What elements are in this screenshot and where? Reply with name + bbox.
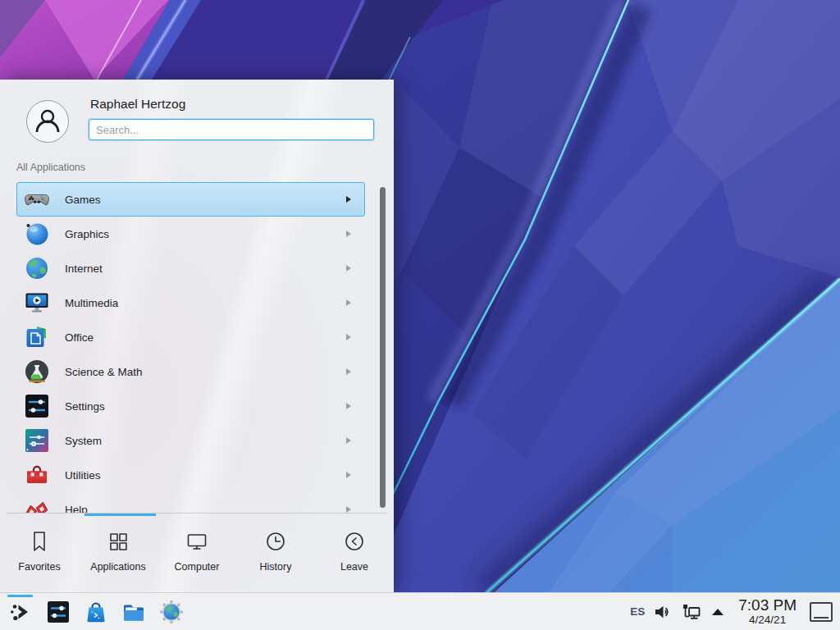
clock-date: 4/24/21	[738, 614, 797, 626]
discover-button[interactable]	[77, 593, 115, 630]
category-office[interactable]: Office	[16, 320, 365, 354]
submenu-arrow-icon	[346, 196, 351, 203]
category-system[interactable]: System	[16, 423, 365, 458]
category-label: Settings	[65, 400, 346, 413]
office-icon	[24, 324, 50, 350]
section-label: All Applications	[16, 162, 85, 173]
application-launcher-button[interactable]	[2, 593, 39, 630]
graphics-icon	[24, 221, 50, 247]
tab-label: Leave	[340, 561, 368, 573]
monitor-icon	[185, 529, 209, 554]
tab-label: History	[260, 561, 292, 573]
category-utilities[interactable]: Utilities	[16, 458, 365, 492]
sliders-icon	[24, 393, 50, 419]
clock-icon	[263, 529, 288, 554]
volume-icon[interactable]	[653, 603, 673, 621]
submenu-arrow-icon	[346, 299, 351, 306]
file-manager-button[interactable]	[115, 593, 153, 630]
submenu-arrow-icon	[346, 403, 351, 409]
category-graphics[interactable]: Graphics	[16, 217, 365, 251]
keyboard-layout-indicator[interactable]: ES	[630, 605, 645, 618]
kde-launcher-icon	[7, 599, 34, 625]
user-avatar[interactable]	[26, 100, 69, 143]
category-internet[interactable]: Internet	[16, 251, 365, 285]
gamepad-icon	[24, 186, 50, 212]
tab-computer[interactable]: Computer	[158, 517, 236, 573]
category-label: Science & Math	[65, 366, 346, 378]
discover-icon	[83, 599, 109, 625]
user-name: Raphael Hertzog	[90, 97, 185, 112]
list-scrollbar[interactable]	[380, 187, 386, 508]
category-label: Office	[65, 331, 346, 344]
category-help[interactable]: Help	[16, 492, 365, 513]
system-settings-icon	[45, 599, 71, 625]
web-browser-button[interactable]	[153, 593, 190, 630]
search-input[interactable]	[89, 119, 374, 140]
folder-icon	[121, 599, 147, 625]
active-tab-underline	[84, 514, 156, 516]
launcher-tabs: Favorites Applications Computer History	[0, 517, 394, 573]
system-settings-button[interactable]	[39, 593, 77, 630]
tab-favorites[interactable]: Favorites	[0, 517, 79, 573]
leave-icon	[342, 529, 367, 554]
category-multimedia[interactable]: Multimedia	[16, 285, 365, 320]
category-games[interactable]: Games	[16, 182, 365, 217]
tab-applications[interactable]: Applications	[79, 517, 158, 573]
category-label: Multimedia	[65, 297, 346, 309]
bookmark-icon	[27, 529, 52, 554]
flask-icon	[24, 358, 50, 385]
category-label: Graphics	[65, 228, 346, 240]
show-desktop-button[interactable]	[810, 602, 833, 622]
clock-time: 7:03 PM	[738, 597, 797, 614]
category-label: Internet	[65, 262, 346, 275]
globe-icon	[24, 255, 50, 281]
network-icon[interactable]	[681, 602, 702, 622]
category-science-math[interactable]: Science & Math	[16, 354, 365, 389]
submenu-arrow-icon	[346, 265, 351, 272]
category-list: Games Graphics Intern	[16, 182, 365, 513]
system-tray: ES 7:03 PM 4/24/21	[630, 593, 840, 630]
submenu-arrow-icon	[346, 437, 351, 444]
grid-icon	[106, 529, 130, 554]
footer-divider	[7, 513, 387, 514]
globe-gear-icon	[158, 599, 185, 625]
submenu-arrow-icon	[346, 334, 351, 340]
system-icon	[24, 427, 50, 454]
tab-label: Computer	[175, 561, 220, 573]
toolbox-icon	[24, 462, 50, 488]
category-label: Games	[65, 194, 346, 206]
category-label: Help	[65, 504, 346, 514]
category-label: Utilities	[65, 469, 346, 482]
application-launcher-menu: Raphael Hertzog All Applications Games	[0, 80, 394, 592]
tab-label: Favorites	[18, 561, 60, 573]
category-label: System	[65, 435, 346, 447]
submenu-arrow-icon	[346, 472, 351, 478]
multimedia-icon	[24, 290, 50, 316]
help-icon	[24, 496, 50, 513]
submenu-arrow-icon	[346, 506, 351, 513]
category-settings[interactable]: Settings	[16, 389, 365, 423]
digital-clock[interactable]: 7:03 PM 4/24/21	[738, 597, 797, 626]
submenu-arrow-icon	[346, 231, 351, 237]
submenu-arrow-icon	[346, 368, 351, 375]
taskbar-pinned-apps	[0, 593, 190, 630]
taskbar: ES 7:03 PM 4/24/21	[0, 592, 840, 630]
tab-label: Applications	[90, 561, 145, 573]
tab-history[interactable]: History	[236, 517, 315, 573]
user-icon	[29, 103, 66, 140]
tab-leave[interactable]: Leave	[315, 517, 394, 573]
expand-tray-icon[interactable]	[712, 609, 724, 615]
